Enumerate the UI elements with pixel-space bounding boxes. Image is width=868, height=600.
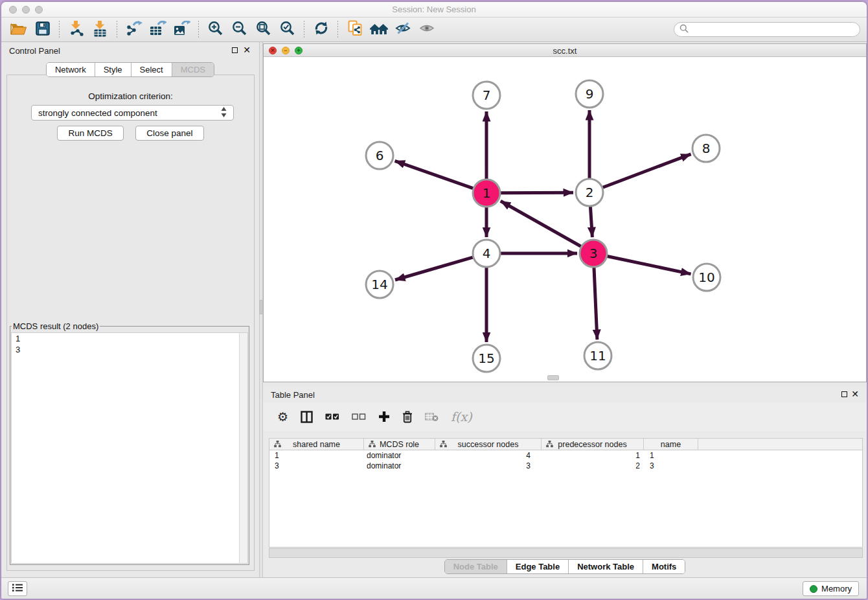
refresh-layout-button[interactable] bbox=[309, 20, 333, 40]
cell-shared_name[interactable]: 1 bbox=[269, 450, 364, 461]
memory-label: Memory bbox=[821, 584, 852, 594]
result-item[interactable]: 3 bbox=[12, 344, 247, 355]
graph-edge-3-11[interactable] bbox=[594, 268, 597, 340]
float-table-panel-icon[interactable] bbox=[841, 391, 847, 397]
graph-node-2[interactable]: 2 bbox=[576, 179, 603, 206]
graph-node-8[interactable]: 8 bbox=[692, 135, 720, 162]
toolbar-separator bbox=[117, 21, 117, 39]
app-titlebar: Session: New Session bbox=[1, 2, 867, 17]
graph-edge-1-6[interactable] bbox=[395, 161, 474, 188]
graph-node-6[interactable]: 6 bbox=[366, 142, 393, 169]
export-table-button[interactable] bbox=[146, 20, 170, 40]
graph-edge-4-14[interactable] bbox=[395, 257, 473, 280]
task-history-button[interactable] bbox=[8, 581, 27, 596]
cell-name[interactable]: 3 bbox=[644, 461, 698, 471]
criterion-dropdown[interactable]: strongly connected component bbox=[31, 105, 234, 121]
zoom-out-button[interactable] bbox=[227, 20, 251, 40]
splitter-grip[interactable] bbox=[260, 300, 262, 314]
cell-mcds_role[interactable]: dominator bbox=[364, 461, 435, 471]
clone-network-icon bbox=[347, 20, 363, 39]
column-header-successor-nodes[interactable]: successor nodes bbox=[435, 439, 542, 450]
cell-predecessor_nodes[interactable]: 1 bbox=[542, 450, 644, 461]
canvas-resize-grip[interactable] bbox=[547, 375, 559, 380]
close-panel-button[interactable]: Close panel bbox=[135, 126, 203, 141]
cell-predecessor_nodes[interactable]: 2 bbox=[542, 461, 644, 471]
tab-style[interactable]: Style bbox=[95, 63, 131, 76]
export-network-button[interactable] bbox=[122, 20, 146, 40]
tab-network[interactable]: Network bbox=[47, 63, 95, 76]
column-header-name[interactable]: name bbox=[644, 439, 698, 450]
cell-successor_nodes[interactable]: 4 bbox=[435, 450, 542, 461]
optimization-criterion-label: Optimization criterion: bbox=[7, 91, 254, 101]
cell-mcds_role[interactable]: dominator bbox=[364, 450, 435, 461]
delete-table-icon[interactable] bbox=[425, 412, 439, 422]
hide-selected-button[interactable] bbox=[391, 20, 415, 40]
toolbar-separator bbox=[198, 21, 199, 39]
column-header-predecessor-nodes[interactable]: predecessor nodes bbox=[542, 439, 644, 450]
zoom-out-icon bbox=[232, 21, 247, 39]
cell-shared_name[interactable]: 3 bbox=[269, 461, 364, 471]
eye-slash-icon bbox=[395, 22, 411, 37]
add-column-icon[interactable] bbox=[378, 411, 390, 422]
search-input[interactable] bbox=[689, 24, 860, 36]
show-hidden-button[interactable] bbox=[415, 20, 439, 40]
cell-name[interactable]: 1 bbox=[644, 450, 698, 461]
import-network-button[interactable] bbox=[64, 20, 88, 40]
table-tab-motifs[interactable]: Motifs bbox=[643, 560, 685, 573]
show-all-button[interactable] bbox=[367, 20, 391, 40]
result-item[interactable]: 1 bbox=[12, 333, 247, 344]
open-session-button[interactable] bbox=[6, 20, 30, 40]
graph-node-15[interactable]: 15 bbox=[473, 345, 500, 372]
column-visibility-icon[interactable] bbox=[301, 411, 313, 423]
dropdown-stepper-icon bbox=[221, 107, 227, 119]
cell-successor_nodes[interactable]: 3 bbox=[435, 461, 542, 471]
deselect-all-rows-icon[interactable] bbox=[352, 413, 366, 421]
memory-button[interactable]: Memory bbox=[803, 581, 859, 596]
graph-node-4[interactable]: 4 bbox=[473, 240, 500, 267]
graph-node-1[interactable]: 1 bbox=[473, 179, 500, 207]
run-mcds-button[interactable]: Run MCDS bbox=[57, 126, 123, 141]
table-tab-edge-table[interactable]: Edge Table bbox=[507, 560, 568, 573]
tab-mcds[interactable]: MCDS bbox=[172, 63, 214, 76]
export-image-button[interactable] bbox=[170, 20, 194, 40]
table-tab-node-table[interactable]: Node Table bbox=[445, 560, 507, 573]
table-tab-network-table[interactable]: Network Table bbox=[568, 560, 643, 573]
export-network-icon bbox=[126, 21, 143, 39]
select-all-rows-icon[interactable] bbox=[325, 413, 339, 421]
function-builder-icon[interactable]: f(x) bbox=[451, 410, 472, 424]
graph-edge-3-10[interactable] bbox=[608, 257, 691, 274]
result-scrollbar[interactable] bbox=[239, 333, 247, 563]
column-header-MCDS-role[interactable]: MCDS role bbox=[364, 439, 435, 450]
memory-status-icon bbox=[810, 585, 817, 593]
table-horizontal-scrollbar[interactable] bbox=[269, 548, 863, 558]
toolbar-separator bbox=[59, 21, 60, 39]
float-panel-icon[interactable] bbox=[232, 47, 238, 53]
zoom-fit-button[interactable] bbox=[251, 20, 275, 40]
graph-edge-1-2[interactable] bbox=[501, 192, 573, 193]
graph-edge-2-8[interactable] bbox=[603, 154, 691, 187]
close-table-panel-icon[interactable]: ✕ bbox=[851, 389, 859, 399]
zoom-in-button[interactable] bbox=[203, 20, 227, 40]
zoom-selected-button[interactable] bbox=[275, 20, 299, 40]
table-row[interactable]: 1dominator411 bbox=[269, 450, 862, 461]
graph-node-7[interactable]: 7 bbox=[473, 82, 500, 109]
clone-network-button[interactable] bbox=[343, 20, 367, 40]
app-title: Session: New Session bbox=[1, 5, 867, 14]
import-network-icon bbox=[68, 20, 84, 40]
graph-node-9[interactable]: 9 bbox=[576, 80, 603, 108]
close-panel-icon[interactable]: ✕ bbox=[243, 45, 251, 55]
table-row[interactable]: 3dominator323 bbox=[269, 461, 862, 471]
graph-node-3[interactable]: 3 bbox=[580, 240, 607, 267]
tab-select[interactable]: Select bbox=[131, 63, 172, 76]
import-table-button[interactable] bbox=[88, 20, 112, 40]
graph-node-10[interactable]: 10 bbox=[693, 264, 720, 291]
table-settings-icon[interactable]: ⚙ bbox=[277, 410, 288, 424]
column-header-shared-name[interactable]: shared name bbox=[269, 439, 364, 450]
graph-edge-3-1[interactable] bbox=[501, 201, 581, 246]
graph-node-11[interactable]: 11 bbox=[584, 342, 611, 369]
delete-column-icon[interactable] bbox=[402, 411, 413, 423]
network-canvas[interactable]: 7968124314101511 bbox=[264, 57, 866, 382]
save-session-button[interactable] bbox=[30, 20, 54, 40]
graph-node-14[interactable]: 14 bbox=[366, 271, 393, 298]
graph-edge-2-3[interactable] bbox=[590, 207, 592, 237]
